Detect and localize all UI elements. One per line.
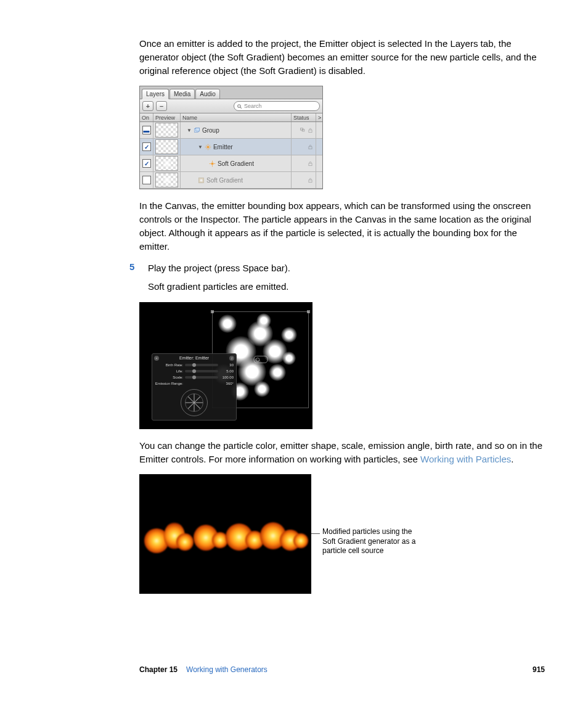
preview-thumb <box>155 156 178 171</box>
transform-handle[interactable] <box>253 356 267 363</box>
hud-title-bar: × Emitter: Emitter i <box>152 355 236 362</box>
step-5-text: Play the project (press Space bar). <box>148 261 545 275</box>
emitter-icon <box>205 144 211 150</box>
col-status[interactable]: Status <box>292 113 316 121</box>
paragraph-change-post: . <box>511 454 513 464</box>
layers-tabs: Layers Media Audio <box>140 86 322 99</box>
hud-row-birth-rate: Birth Rate: 30 <box>152 362 236 368</box>
hud-label: Birth Rate: <box>155 363 185 367</box>
svg-line-15 <box>209 145 210 146</box>
layers-column-headers: On Preview Name Status > <box>140 113 322 122</box>
info-icon[interactable]: i <box>229 356 234 361</box>
preview-thumb <box>155 123 178 138</box>
svg-rect-3 <box>195 128 199 131</box>
search-icon <box>237 104 242 109</box>
layer-row-soft-gradient-cell[interactable]: ✓ Soft Gradient <box>140 155 322 172</box>
fire-figure-wrap: Modified particles using the Soft Gradie… <box>139 474 545 594</box>
footer-title: Working with Generators <box>186 665 267 674</box>
step-5-subtext: Soft gradient particles are emitted. <box>148 280 545 293</box>
hud-row-emission-range: Emission Range: 360° <box>152 380 236 387</box>
checkbox[interactable] <box>142 176 151 184</box>
footer-chapter: Chapter 15 <box>139 665 178 674</box>
hud-value[interactable]: 5.00 <box>220 369 234 373</box>
svg-rect-16 <box>309 147 312 149</box>
disclosure-icon[interactable]: ▼ <box>187 128 192 133</box>
paragraph-intro: Once an emitter is added to the project,… <box>139 37 545 77</box>
preview-thumb <box>155 173 178 187</box>
remove-layer-button[interactable]: – <box>156 101 167 111</box>
hud-title: Emitter: Emitter <box>179 356 209 360</box>
col-name[interactable]: Name <box>181 113 292 121</box>
slider[interactable] <box>185 376 218 379</box>
layers-toolbar: + – Search <box>140 99 322 113</box>
emission-dial[interactable] <box>181 389 208 416</box>
layer-row-soft-gradient-original[interactable]: Soft Gradient <box>140 172 322 189</box>
svg-line-1 <box>240 107 242 108</box>
paragraph-change: You can change the particle color, emitt… <box>139 439 545 466</box>
svg-rect-22 <box>309 163 312 166</box>
layer-name: Emitter <box>213 144 233 150</box>
layer-row-group[interactable]: ▬ ▼ Group <box>140 122 322 139</box>
add-layer-button[interactable]: + <box>142 101 153 111</box>
layer-name: Soft Gradient <box>218 160 254 167</box>
hud-row-scale: Scale: 100.00 <box>152 374 236 380</box>
lock-icon[interactable] <box>308 128 313 133</box>
slider[interactable] <box>185 370 218 372</box>
paragraph-canvas: In the Canvas, the emitter bounding box … <box>139 199 545 253</box>
svg-point-17 <box>211 162 213 165</box>
hud-value[interactable]: 30 <box>220 363 234 367</box>
svg-line-12 <box>206 145 206 146</box>
lock-icon[interactable] <box>308 161 313 166</box>
svg-rect-25 <box>309 180 312 183</box>
close-icon[interactable]: × <box>154 356 159 361</box>
link-working-with-particles[interactable]: Working with Particles <box>420 454 511 464</box>
hud-label: Life: <box>155 369 185 373</box>
checkbox[interactable]: ▬ <box>142 126 151 134</box>
disclosure-icon[interactable]: ▼ <box>198 144 203 150</box>
slider[interactable] <box>185 364 218 366</box>
generator-icon <box>198 177 205 184</box>
svg-line-13 <box>209 148 210 149</box>
svg-line-14 <box>206 148 206 149</box>
stack-icon <box>300 128 306 133</box>
preview-thumb <box>155 139 178 154</box>
hud-panel[interactable]: × Emitter: Emitter i Birth Rate: 30 Life… <box>152 353 237 421</box>
col-on[interactable]: On <box>140 113 153 121</box>
tab-audio[interactable]: Audio <box>195 89 220 99</box>
checkbox[interactable]: ✓ <box>142 142 151 151</box>
callout-text: Modified particles using the Soft Gradie… <box>322 527 427 556</box>
hud-label: Scale: <box>155 376 185 379</box>
svg-point-7 <box>206 146 209 148</box>
tab-layers[interactable]: Layers <box>142 89 169 99</box>
tab-media[interactable]: Media <box>169 89 195 99</box>
callout-line <box>311 533 320 534</box>
search-input[interactable]: Search <box>234 101 320 111</box>
group-icon <box>194 127 200 134</box>
step-5: 5 Play the project (press Space bar). So… <box>139 261 545 293</box>
hud-value[interactable]: 360° <box>220 382 234 385</box>
layer-row-emitter[interactable]: ✓ ▼ Emitter <box>140 139 322 155</box>
emitter-icon <box>209 160 216 167</box>
layer-name: Group <box>202 127 219 134</box>
layer-name: Soft Gradient <box>206 177 243 184</box>
svg-point-0 <box>238 104 241 107</box>
col-preview[interactable]: Preview <box>153 113 181 121</box>
search-placeholder: Search <box>244 103 262 109</box>
hud-row-life: Life: 5.00 <box>152 368 236 374</box>
layers-panel: Layers Media Audio + – Search On Preview… <box>139 86 323 189</box>
col-more[interactable]: > <box>316 113 322 121</box>
canvas-figure: × Emitter: Emitter i Birth Rate: 30 Life… <box>139 302 312 429</box>
hud-value[interactable]: 100.00 <box>220 376 234 379</box>
lock-icon[interactable] <box>308 178 313 183</box>
fire-figure <box>139 474 311 594</box>
step-number: 5 <box>129 261 134 272</box>
checkbox[interactable]: ✓ <box>142 159 151 168</box>
page-footer: Chapter 15 Working with Generators 915 <box>139 665 545 674</box>
hud-label: Emission Range: <box>155 382 185 385</box>
svg-point-24 <box>200 179 202 181</box>
footer-page-number: 915 <box>533 665 545 674</box>
lock-icon[interactable] <box>308 144 313 150</box>
svg-rect-6 <box>309 130 312 133</box>
